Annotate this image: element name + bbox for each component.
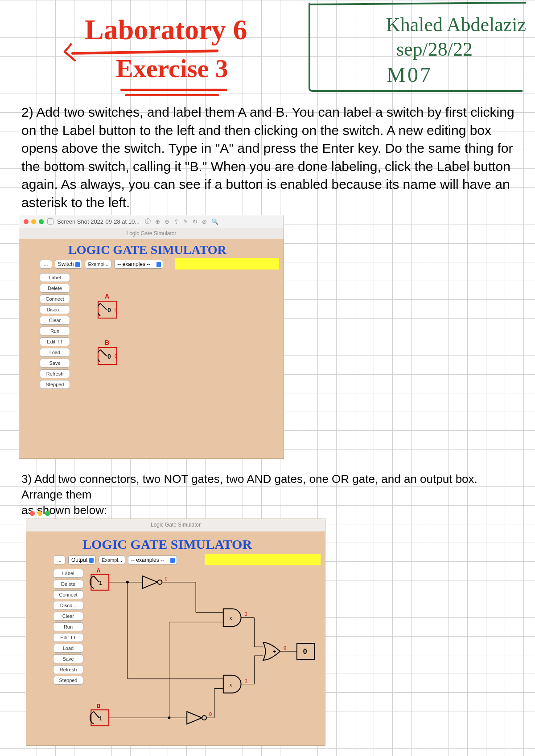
refresh-button[interactable]: Refresh: [53, 665, 83, 674]
component-toolbar: ... Switch Exampl... -- examples --: [40, 259, 163, 270]
clear-button[interactable]: Clear: [40, 316, 70, 325]
switch-b-label: B: [105, 339, 109, 346]
traffic-lights: [24, 219, 44, 224]
svg-marker-26: [187, 711, 202, 724]
screenshot-window-1: Screen Shot 2022-09-28 at 10... ⓘ ⊕ ⊖ ⇪ …: [19, 215, 284, 459]
svg-text:0: 0: [245, 678, 247, 683]
minimize-icon[interactable]: [31, 219, 36, 224]
zoom-out-icon[interactable]: ⊖: [165, 218, 169, 225]
lab-title: Laboratory 6: [85, 13, 247, 46]
switch-a[interactable]: A 0 0: [98, 301, 117, 319]
edit-icon[interactable]: ✎: [183, 218, 188, 225]
close-icon[interactable]: [30, 511, 35, 516]
exercise-title-underline: [120, 87, 227, 100]
refresh-button[interactable]: Refresh: [40, 369, 70, 378]
switch-b-value: 0: [107, 353, 111, 360]
stepped-button[interactable]: Stepped: [40, 380, 70, 389]
examples-dropdown[interactable]: -- examples --: [128, 556, 177, 564]
save-button[interactable]: Save: [40, 359, 70, 368]
search-icon[interactable]: 🔍: [211, 218, 218, 225]
app-title: LOGIC GATE SIMULATOR: [82, 537, 252, 552]
switch-a-value: 0: [107, 306, 111, 314]
svg-text:x: x: [230, 682, 232, 687]
delete-icon[interactable]: ⊘: [202, 218, 207, 225]
svg-text:0: 0: [284, 645, 286, 650]
label-button[interactable]: Label: [40, 273, 70, 282]
svg-text:0: 0: [115, 354, 117, 359]
sidebar-toggle-icon[interactable]: [47, 218, 54, 225]
run-button[interactable]: Run: [53, 622, 83, 631]
status-bar: [205, 554, 321, 565]
screenshot-window-2: Logic Gate Simulator LOGIC GATE SIMULATO…: [26, 519, 325, 746]
more-button[interactable]: ...: [40, 260, 52, 269]
minimize-icon[interactable]: [37, 511, 42, 516]
component-toolbar: ... Output Exampl... -- examples --: [53, 555, 177, 565]
svg-line-1: [100, 303, 107, 310]
status-bar: [175, 258, 279, 270]
mac-titlebar: Screen Shot 2022-09-28 at 10... ⓘ ⊕ ⊖ ⇪ …: [19, 215, 284, 228]
mac-window-title: Screen Shot 2022-09-28 at 10...: [57, 218, 140, 225]
delete-button[interactable]: Delete: [53, 580, 83, 588]
student-name: Khaled Abdelaziz: [386, 13, 526, 36]
connect-button[interactable]: Connect: [53, 590, 83, 599]
tool-sidebar: Label Delete Connect Disco... Clear Run …: [53, 569, 83, 685]
svg-marker-16: [143, 576, 158, 588]
exercise-title: Exercise 3: [116, 53, 228, 83]
svg-text:x: x: [230, 615, 232, 621]
connect-button[interactable]: Connect: [40, 294, 70, 303]
svg-text:A: A: [96, 568, 100, 574]
load-button[interactable]: Load: [53, 644, 83, 653]
output-box[interactable]: 0: [297, 643, 315, 659]
example-button[interactable]: Exampl...: [85, 260, 111, 269]
edit-tt-button[interactable]: Edit TT: [40, 337, 70, 346]
rotate-icon[interactable]: ↻: [193, 218, 198, 225]
svg-line-4: [100, 350, 107, 356]
switch-a[interactable]: A 1: [90, 568, 109, 590]
share-icon[interactable]: ⇪: [174, 218, 179, 225]
save-button[interactable]: Save: [53, 654, 83, 663]
traffic-lights: [30, 511, 50, 516]
circuit-canvas[interactable]: A 1 B 1 0: [89, 568, 321, 741]
svg-text:0: 0: [115, 307, 117, 312]
svg-line-12: [94, 711, 99, 718]
tool-sidebar: Label Delete Connect Disco... Clear Run …: [40, 273, 70, 389]
component-dropdown[interactable]: Output: [68, 556, 96, 564]
app-sub-titlebar: Logic Gate Simulator: [26, 519, 325, 531]
instruction-step-3: 3) Add two connectors, two NOT gates, tw…: [21, 471, 521, 518]
svg-text:+: +: [273, 649, 276, 655]
app-title: LOGIC GATE SIMULATOR: [68, 243, 226, 257]
svg-text:1: 1: [99, 580, 102, 586]
app-sub-titlebar: Logic Gate Simulator: [19, 228, 284, 239]
example-button[interactable]: Exampl...: [99, 556, 125, 564]
switch-a-label: A: [105, 293, 109, 300]
clear-button[interactable]: Clear: [53, 612, 83, 621]
disconnect-button[interactable]: Disco...: [40, 305, 70, 314]
component-dropdown[interactable]: Switch: [55, 260, 82, 269]
delete-button[interactable]: Delete: [40, 284, 70, 293]
svg-text:0: 0: [245, 611, 247, 617]
maximize-icon[interactable]: [45, 511, 50, 516]
maximize-icon[interactable]: [39, 219, 44, 224]
date: sep/28/22: [396, 38, 473, 61]
svg-text:1: 1: [99, 715, 102, 722]
svg-text:0: 0: [209, 711, 212, 717]
more-button[interactable]: ...: [53, 556, 66, 564]
examples-dropdown[interactable]: -- examples --: [114, 260, 163, 269]
run-button[interactable]: Run: [40, 327, 70, 335]
close-icon[interactable]: [24, 219, 29, 224]
svg-line-8: [94, 576, 99, 582]
svg-text:0: 0: [303, 648, 307, 655]
instruction-step-2: 2) Add two switches, and label them A an…: [21, 103, 521, 212]
label-button[interactable]: Label: [53, 569, 83, 578]
svg-text:B: B: [96, 703, 100, 709]
switch-b[interactable]: B 1: [90, 703, 109, 726]
info-icon[interactable]: ⓘ: [145, 217, 151, 225]
stepped-button[interactable]: Stepped: [53, 676, 83, 685]
zoom-in-icon[interactable]: ⊕: [155, 218, 160, 225]
mac-toolbar-icons: ⓘ ⊕ ⊖ ⇪ ✎ ↻ ⊘ 🔍: [145, 217, 218, 225]
svg-text:0: 0: [165, 576, 167, 581]
switch-b[interactable]: B 0 0: [98, 347, 117, 365]
load-button[interactable]: Load: [40, 348, 70, 357]
edit-tt-button[interactable]: Edit TT: [53, 633, 83, 642]
disconnect-button[interactable]: Disco...: [53, 601, 83, 610]
